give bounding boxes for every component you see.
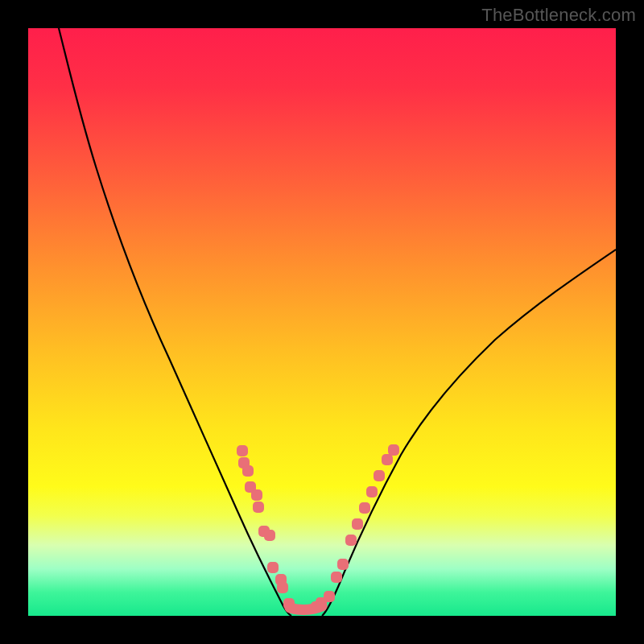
svg-rect-18 (352, 518, 363, 530)
right-markers-group (311, 444, 399, 613)
svg-rect-4 (251, 489, 262, 501)
svg-rect-23 (388, 444, 399, 456)
svg-rect-10 (277, 582, 288, 593)
right-curve-line (322, 250, 616, 616)
svg-rect-14 (324, 591, 335, 602)
chart-svg (0, 0, 644, 644)
svg-rect-5 (253, 502, 264, 513)
svg-rect-21 (374, 470, 385, 481)
svg-rect-0 (237, 445, 248, 456)
left-curve-line (53, 6, 291, 616)
svg-rect-8 (267, 562, 279, 573)
svg-rect-16 (337, 559, 349, 570)
svg-rect-2 (242, 465, 254, 477)
svg-rect-20 (366, 486, 378, 497)
watermark-text: TheBottleneck.com (481, 5, 636, 26)
svg-rect-15 (331, 572, 342, 583)
svg-rect-19 (359, 502, 370, 514)
svg-rect-7 (264, 530, 275, 541)
plateau-line (290, 606, 322, 610)
svg-rect-17 (345, 535, 357, 546)
chart-container: TheBottleneck.com (0, 0, 644, 644)
svg-rect-22 (382, 454, 393, 465)
